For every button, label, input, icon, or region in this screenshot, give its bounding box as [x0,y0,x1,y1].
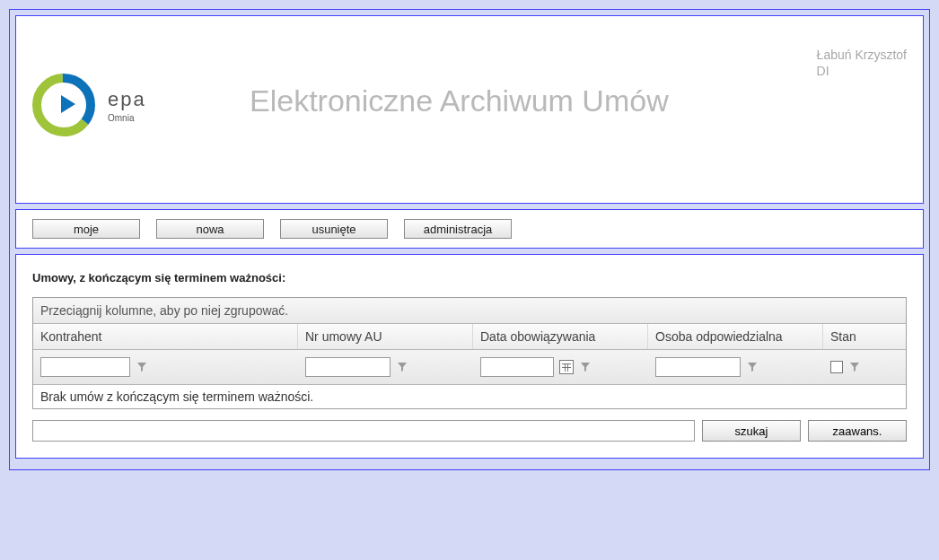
moje-button[interactable]: moje [32,219,140,239]
filter-cell-nrumowy [298,354,473,381]
filter-cell-osoba [648,354,823,381]
logo-icon [32,74,95,136]
nav-panel: moje nowa usunięte administracja [15,209,924,249]
filter-icon[interactable] [579,361,592,373]
grid-header-row: Kontrahent Nr umowy AU Data obowiązywani… [33,324,906,350]
filter-icon[interactable] [746,361,759,373]
filter-input-nrumowy[interactable] [305,357,391,377]
user-dept: DI [817,63,907,79]
filter-icon[interactable] [848,361,861,373]
filter-icon[interactable] [136,361,148,373]
szukaj-button[interactable]: szukaj [702,420,801,442]
section-heading: Umowy, z kończącym się terminem ważności… [32,271,907,284]
main-panel: Umowy, z kończącym się terminem ważności… [15,254,924,459]
col-header-nrumowy[interactable]: Nr umowy AU [298,324,473,349]
col-header-osoba[interactable]: Osoba odpowiedzialna [648,324,823,349]
zaawans-button[interactable]: zaawans. [808,420,907,442]
filter-cell-data [473,354,648,381]
header-panel: Łabuń Krzysztof DI epa Omnia Elektronicz… [15,15,924,204]
calendar-icon[interactable] [559,360,574,374]
search-row: szukaj zaawans. [32,420,907,442]
nowa-button[interactable]: nowa [156,219,264,239]
filter-cell-stan [823,354,904,381]
logo-text: epa Omnia [108,88,146,123]
search-input[interactable] [32,420,695,442]
filter-input-data[interactable] [480,357,554,377]
col-header-kontrahent[interactable]: Kontrahent [33,324,298,349]
col-header-stan[interactable]: Stan [823,324,904,349]
app-title: Elektroniczne Archiwum Umów [250,83,669,118]
filter-checkbox-stan[interactable] [830,361,843,373]
administracja-button[interactable]: administracja [404,219,512,239]
logo-omnia-text: Omnia [108,113,146,123]
usuniete-button[interactable]: usunięte [280,219,388,239]
filter-input-kontrahent[interactable] [40,357,130,377]
filter-cell-kontrahent [33,354,298,381]
logo-epa-text: epa [108,88,146,111]
svg-marker-2 [61,95,75,113]
group-hint-row[interactable]: Przeciągnij kolumne, aby po niej zgrupow… [33,298,906,324]
user-info: Łabuń Krzysztof DI [817,47,907,79]
col-header-data[interactable]: Data obowiązywania [473,324,648,349]
user-name: Łabuń Krzysztof [817,47,907,63]
filter-input-osoba[interactable] [655,357,741,377]
filter-icon[interactable] [396,361,408,373]
grid-filter-row [33,350,906,385]
grid-empty-message: Brak umów z kończącym się terminem ważno… [33,385,906,408]
grid: Przeciągnij kolumne, aby po niej zgrupow… [32,297,907,409]
app-frame: Łabuń Krzysztof DI epa Omnia Elektronicz… [9,9,930,470]
